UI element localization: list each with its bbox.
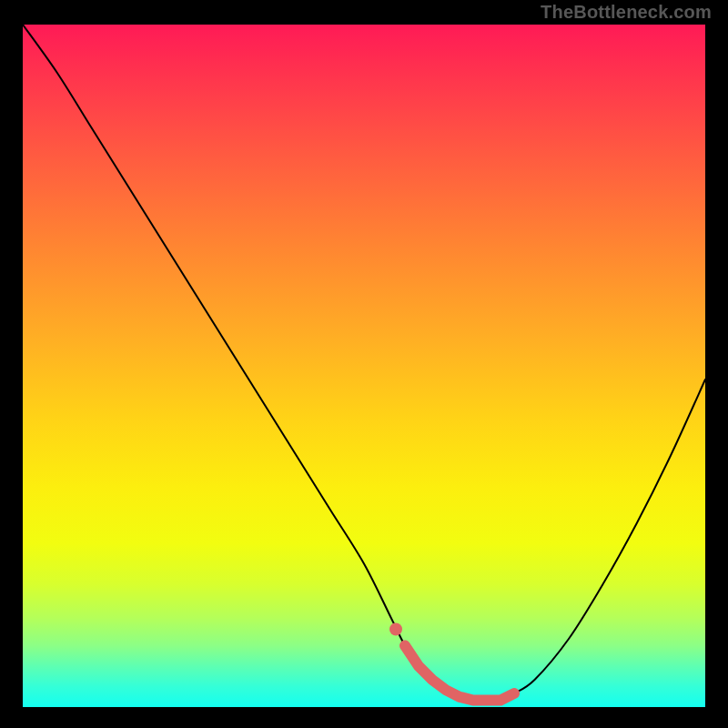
- attribution-label: TheBottleneck.com: [541, 2, 712, 23]
- flat-zone-highlight: [405, 646, 514, 701]
- bottleneck-curve: [23, 25, 705, 701]
- flat-zone-start-dot: [389, 623, 402, 636]
- chart-stage: TheBottleneck.com: [0, 0, 728, 728]
- curve-layer: [23, 25, 705, 707]
- plot-area: [23, 25, 705, 707]
